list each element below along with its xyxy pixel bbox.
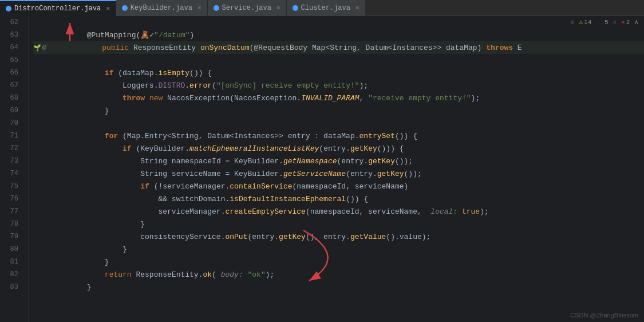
tab-icon-service (214, 5, 219, 11)
tab-label-service: Service.java (222, 4, 271, 12)
gutter-line-81: 81 (0, 256, 28, 268)
gutter-line-74: 74 (0, 167, 28, 180)
gutter-line-72: 72 (0, 142, 28, 155)
code-line-83: } (33, 281, 644, 293)
gutter-line-68: 68 (0, 92, 28, 104)
gutter-line-62: 62 (0, 16, 28, 29)
tab-label-key: KeyBuilder.java (131, 4, 192, 12)
close-icon-distro[interactable]: ✕ (106, 5, 110, 12)
gutter-line-65: 65 (0, 54, 28, 66)
gutter: 62 63 64 65 66 67 68 69 70 71 72 73 74 7… (0, 16, 29, 322)
gutter-line-73: 73 (0, 155, 28, 167)
close-icon-key[interactable]: ✕ (197, 4, 202, 11)
tab-cluster[interactable]: Cluster.java ✕ (287, 0, 366, 16)
code-content-64: public ResponseEntity onSyncDatum(@Reque… (49, 35, 644, 61)
gutter-line-77: 77 (0, 205, 28, 218)
code-line-64: 🌱 @ public ResponseEntity onSyncDatum(@R… (33, 41, 644, 54)
gutter-bean-icon: 🌱 (33, 44, 41, 52)
tab-bar: DistroController.java ✕ KeyBuilder.java … (0, 0, 644, 16)
tab-service[interactable]: Service.java ✕ (208, 0, 287, 16)
watermark: CSDN @ZhangBlossom (570, 312, 638, 319)
tab-key-builder[interactable]: KeyBuilder.java ✕ (116, 0, 208, 16)
gutter-line-69: 69 (0, 104, 28, 117)
gutter-line-63: 63 (0, 29, 28, 41)
gutter-line-82: 82 (0, 268, 28, 281)
tab-distro-controller[interactable]: DistroController.java ✕ (0, 0, 116, 16)
gutter-line-75: 75 (0, 180, 28, 193)
code-content-83: } (33, 274, 644, 300)
gutter-line-71: 71 (0, 129, 28, 142)
gutter-at-icon: @ (42, 44, 46, 51)
code-content-69: } (33, 98, 644, 124)
tab-icon-key (122, 5, 128, 11)
gutter-line-79: 79 (0, 230, 28, 243)
gutter-line-78: 78 (0, 218, 28, 230)
code-area: @PutMapping(🧸✓"/datum") 🌱 @ public Respo… (29, 16, 644, 322)
tab-label-distro: DistroController.java (14, 5, 101, 13)
code-line-69: } (33, 104, 644, 117)
tab-icon-distro (6, 6, 11, 11)
close-icon-cluster[interactable]: ✕ (355, 4, 359, 11)
gutter-line-76: 76 (0, 193, 28, 205)
gutter-line-80: 80 (0, 243, 28, 256)
tab-label-cluster: Cluster.java (301, 4, 350, 12)
gutter-line-64: 64 (0, 41, 28, 54)
gutter-line-66: 66 (0, 66, 28, 79)
gutter-line-67: 67 (0, 79, 28, 92)
gutter-line-70: 70 (0, 117, 28, 129)
close-icon-service[interactable]: ✕ (276, 4, 280, 11)
gutter-line-83: 83 (0, 281, 28, 293)
tab-icon-cluster (293, 5, 298, 11)
editor: ⊘ ⚠ 14 · 5 ✕ ✕ 2 ∧ 62 63 64 65 66 67 68 … (0, 16, 644, 322)
